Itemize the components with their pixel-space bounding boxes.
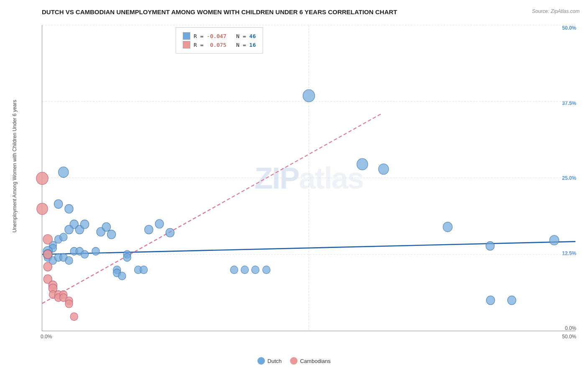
dutch-legend-label: Dutch bbox=[268, 358, 282, 364]
source-label: Source: ZipAtlas.com bbox=[532, 8, 580, 14]
legend-cambodian-row: R = 0.075 N = 16 bbox=[183, 41, 256, 49]
svg-point-7 bbox=[59, 167, 69, 177]
svg-point-11 bbox=[65, 225, 73, 234]
svg-point-40 bbox=[155, 220, 164, 228]
y-axis-label: Unemployment Among Women with Children U… bbox=[12, 124, 18, 232]
dutch-legend-swatch bbox=[258, 357, 265, 365]
svg-point-55 bbox=[37, 203, 48, 215]
svg-point-44 bbox=[251, 266, 259, 274]
svg-point-39 bbox=[145, 225, 153, 234]
svg-point-9 bbox=[65, 204, 73, 213]
svg-point-8 bbox=[54, 199, 62, 208]
bottom-legend-dutch: Dutch bbox=[258, 357, 282, 365]
legend-dutch-color bbox=[183, 32, 190, 40]
svg-point-53 bbox=[486, 296, 495, 305]
bottom-legend-cambodians: Cambodians bbox=[290, 357, 330, 365]
svg-point-15 bbox=[60, 233, 67, 241]
svg-point-46 bbox=[303, 89, 314, 102]
svg-point-28 bbox=[92, 247, 100, 255]
svg-point-24 bbox=[65, 257, 73, 265]
svg-point-68 bbox=[65, 300, 73, 308]
svg-point-54 bbox=[36, 172, 48, 185]
svg-point-69 bbox=[70, 313, 78, 321]
legend-cambodian-text: R = 0.075 N = 16 bbox=[194, 42, 256, 48]
svg-point-34 bbox=[118, 272, 126, 280]
svg-point-47 bbox=[357, 158, 368, 170]
chart-area: ZIPatlas bbox=[42, 25, 575, 331]
svg-point-57 bbox=[43, 250, 52, 259]
svg-point-43 bbox=[241, 266, 248, 274]
bottom-legend: Dutch Cambodians bbox=[258, 357, 331, 365]
legend-dutch-text: R = -0.047 N = 46 bbox=[194, 33, 256, 39]
x-label-50: 50.0% bbox=[562, 334, 576, 340]
chart-title: DUTCH VS CAMBODIAN UNEMPLOYMENT AMONG WO… bbox=[42, 8, 580, 15]
x-label-0: 0.0% bbox=[41, 334, 52, 340]
svg-point-58 bbox=[43, 262, 52, 271]
svg-point-31 bbox=[107, 230, 115, 239]
chart-container: DUTCH VS CAMBODIAN UNEMPLOYMENT AMONG WO… bbox=[0, 0, 588, 373]
svg-point-48 bbox=[378, 164, 389, 174]
cambodian-legend-swatch bbox=[290, 357, 297, 365]
dutch-scatter bbox=[42, 25, 575, 331]
legend-dutch-row: R = -0.047 N = 46 bbox=[183, 32, 256, 40]
svg-point-36 bbox=[123, 253, 131, 261]
svg-point-49 bbox=[443, 222, 452, 232]
svg-point-38 bbox=[140, 266, 147, 274]
svg-point-42 bbox=[230, 266, 238, 274]
svg-point-56 bbox=[43, 235, 52, 244]
legend-cambodian-color bbox=[183, 41, 190, 49]
svg-point-45 bbox=[263, 266, 270, 274]
svg-point-51 bbox=[508, 296, 516, 305]
cambodian-legend-label: Cambodians bbox=[300, 358, 330, 364]
svg-point-41 bbox=[166, 228, 174, 237]
svg-point-30 bbox=[102, 222, 110, 231]
svg-point-13 bbox=[80, 220, 89, 229]
svg-point-27 bbox=[81, 250, 88, 258]
svg-point-50 bbox=[486, 242, 494, 250]
legend-box: R = -0.047 N = 46 R = 0.075 N = 16 bbox=[176, 27, 263, 54]
svg-point-52 bbox=[550, 235, 559, 245]
